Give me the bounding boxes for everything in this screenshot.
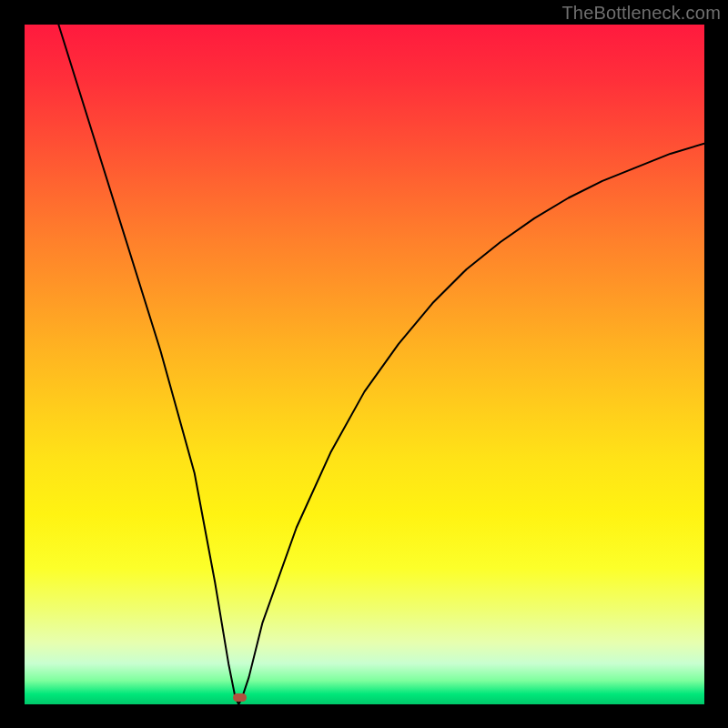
optimum-marker (233, 693, 247, 702)
curve-path (58, 25, 704, 704)
chart-stage: TheBottleneck.com (0, 0, 728, 728)
attribution-label: TheBottleneck.com (561, 3, 721, 24)
plot-area (25, 25, 704, 704)
bottleneck-curve (25, 25, 704, 704)
